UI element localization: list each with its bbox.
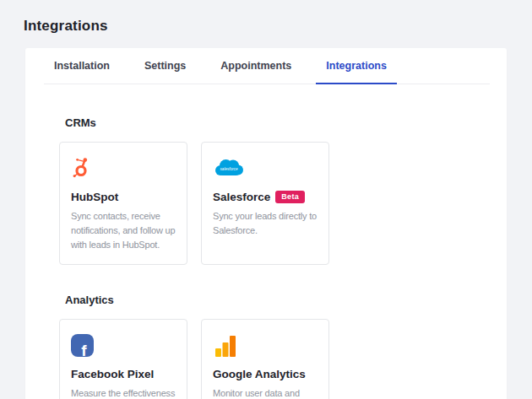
- tab-bar: Installation Settings Appointments Integ…: [44, 48, 490, 84]
- settings-panel: Installation Settings Appointments Integ…: [25, 48, 507, 399]
- section-heading-analytics: Analytics: [65, 265, 490, 306]
- salesforce-icon: salesforce: [213, 157, 318, 182]
- beta-badge: Beta: [275, 191, 305, 203]
- section-heading-crms: CRMs: [65, 84, 490, 129]
- facebook-icon: f: [71, 334, 176, 359]
- card-description-hubspot: Sync contacts, receive notifications, an…: [71, 209, 176, 252]
- crms-card-row: HubSpot Sync contacts, receive notificat…: [59, 142, 490, 265]
- svg-text:salesforce: salesforce: [220, 167, 238, 171]
- integration-card-google-analytics[interactable]: Google Analytics Monitor user data and i…: [201, 319, 329, 399]
- section-crms: CRMs Hu: [59, 84, 490, 265]
- card-title-salesforce: Salesforce Beta: [213, 191, 318, 203]
- section-analytics: Analytics f Facebook Pixel Measure the e…: [59, 265, 490, 399]
- card-title-facebook-pixel: Facebook Pixel: [71, 368, 176, 380]
- card-title-hubspot: HubSpot: [71, 191, 176, 203]
- page-title: Integrations: [0, 0, 532, 35]
- integrations-content: CRMs Hu: [25, 84, 507, 399]
- card-description-facebook-pixel: Measure the effectiveness of your advert…: [71, 386, 176, 399]
- tab-appointments[interactable]: Appointments: [210, 48, 301, 84]
- integration-card-facebook-pixel[interactable]: f Facebook Pixel Measure the effectivene…: [59, 319, 187, 399]
- tab-integrations[interactable]: Integrations: [316, 48, 397, 84]
- tab-settings[interactable]: Settings: [134, 48, 196, 84]
- integration-card-hubspot[interactable]: HubSpot Sync contacts, receive notificat…: [59, 142, 187, 265]
- analytics-card-row: f Facebook Pixel Measure the effectivene…: [59, 319, 490, 399]
- tab-installation[interactable]: Installation: [44, 48, 120, 84]
- card-description-google-analytics: Monitor user data and identify trends: [213, 386, 318, 399]
- integration-card-salesforce[interactable]: salesforce Salesforce Beta Sync your lea…: [201, 142, 329, 265]
- card-description-salesforce: Sync your leads directly to Salesforce.: [213, 209, 318, 238]
- google-analytics-icon: [213, 334, 318, 359]
- hubspot-icon: [71, 157, 176, 182]
- card-title-google-analytics: Google Analytics: [213, 368, 318, 380]
